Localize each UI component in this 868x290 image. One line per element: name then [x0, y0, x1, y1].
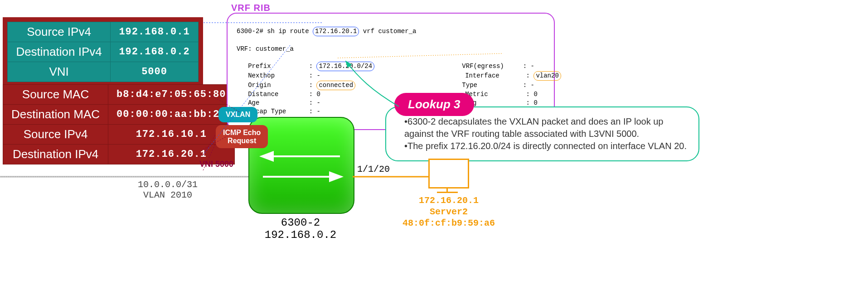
- outer-src-ip-value: 192.168.0.1: [111, 22, 199, 42]
- k: Age: [248, 99, 259, 106]
- v: 0: [533, 99, 537, 106]
- segment-subnet: 10.0.0.0/31 VLAN 2010: [122, 179, 213, 200]
- server-icon-base: [437, 192, 458, 193]
- vrf-rib-title: VRF RIB: [231, 3, 271, 13]
- badge-vxlan: VXLAN: [218, 107, 257, 122]
- note-line-1: 6300-2 decapsulates the VXLAN packet and…: [404, 116, 664, 139]
- note-line-2: The prefix 172.16.20.0/24 is directly co…: [407, 141, 687, 151]
- server-caption: 172.16.20.1 Server2 48:0f:cf:b9:59:a6: [399, 195, 499, 229]
- cli-cmd-arg: 172.16.20.1: [313, 27, 359, 36]
- k: Interface: [465, 72, 499, 79]
- vni-tag: VNI 5000: [199, 160, 233, 169]
- inner-src-ip-label: Source IPv4: [3, 125, 108, 145]
- v: -: [316, 72, 320, 79]
- switch-interface-server: 1/1/20: [357, 164, 390, 174]
- cli-cmd-post: vrf customer_a: [359, 28, 416, 35]
- vxlan-outer-header: Source IPv4 192.168.0.1 Destination IPv4…: [3, 17, 203, 87]
- badge-icmp-l1: ICMP Echo: [223, 129, 261, 136]
- lookup-pill: Lookup 3: [394, 93, 474, 116]
- k: Origin: [248, 82, 271, 89]
- segment-subnet-value: 10.0.0.0/31: [138, 179, 198, 190]
- cli-vrf-header: VRF: customer_a: [237, 45, 294, 53]
- v: -: [316, 108, 320, 115]
- switch-name: 6300-2 192.168.0.2: [248, 217, 353, 241]
- switch-loopback: 192.168.0.2: [265, 229, 336, 241]
- inner-src-mac-value: b8:d4:e7:05:65:80: [108, 85, 234, 105]
- segment-vlan-value: VLAN 2010: [143, 190, 192, 200]
- k: Prefix: [248, 63, 271, 70]
- inner-dst-ip-label: Destination IPv4: [3, 145, 108, 164]
- v: 0: [533, 91, 537, 98]
- outer-dst-ip-value: 192.168.0.2: [111, 42, 199, 62]
- server-icon: [428, 159, 469, 188]
- server-mac: 48:0f:cf:b9:59:a6: [402, 218, 495, 228]
- outer-src-ip-label: Source IPv4: [8, 22, 111, 42]
- k: Distance: [248, 91, 278, 98]
- outer-vni-label: VNI: [8, 62, 111, 82]
- badge-icmp: ICMP Echo Request: [216, 125, 268, 148]
- v: 0: [316, 91, 320, 98]
- server-ip: 172.16.20.1: [419, 195, 479, 206]
- v: -: [316, 99, 320, 106]
- k: Type: [462, 82, 477, 89]
- inner-dst-mac-label: Destination MAC: [3, 105, 108, 125]
- v: vlan20: [533, 71, 561, 81]
- v: 172.16.20.0/24: [316, 62, 374, 71]
- k: VRF(egress): [462, 63, 504, 70]
- inner-dst-mac-value: 00:00:00:aa:bb:22: [108, 105, 234, 125]
- inner-packet-header: Source MAC b8:d4:e7:05:65:80 Destination…: [3, 84, 235, 164]
- v: -: [531, 82, 534, 89]
- server-name: Server2: [430, 207, 468, 217]
- v: -: [531, 63, 534, 70]
- switch-hostname: 6300-2: [281, 217, 320, 229]
- badge-icmp-l2: Request: [228, 137, 256, 145]
- inner-src-mac-label: Source MAC: [3, 85, 108, 105]
- outer-vni-value: 5000: [111, 62, 199, 82]
- k: Nexthop: [248, 72, 275, 79]
- v: connected: [316, 81, 355, 90]
- cli-cmd-pre: 6300-2# sh ip route: [237, 28, 313, 35]
- outer-dst-ip-label: Destination IPv4: [8, 42, 111, 62]
